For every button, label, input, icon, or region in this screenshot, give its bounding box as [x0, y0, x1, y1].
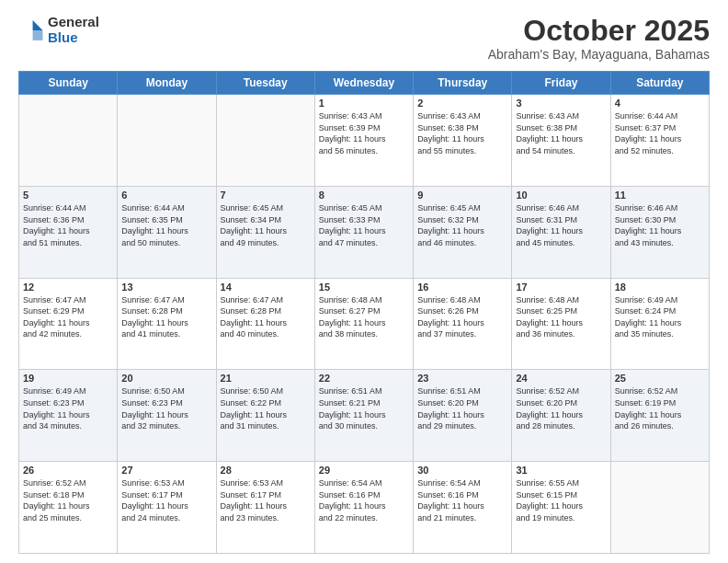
calendar-week-1: 1Sunrise: 6:43 AM Sunset: 6:39 PM Daylig… [19, 95, 710, 187]
calendar-cell: 24Sunrise: 6:52 AM Sunset: 6:20 PM Dayli… [512, 370, 610, 462]
day-number: 23 [417, 373, 507, 384]
logo-general-text: General [48, 15, 99, 30]
day-info: Sunrise: 6:45 AM Sunset: 6:33 PM Dayligh… [319, 202, 409, 248]
day-info: Sunrise: 6:48 AM Sunset: 6:25 PM Dayligh… [516, 294, 606, 340]
day-number: 1 [319, 98, 409, 109]
day-info: Sunrise: 6:55 AM Sunset: 6:15 PM Dayligh… [516, 477, 606, 523]
day-info: Sunrise: 6:44 AM Sunset: 6:37 PM Dayligh… [615, 110, 705, 156]
calendar-cell: 2Sunrise: 6:43 AM Sunset: 6:38 PM Daylig… [414, 95, 512, 187]
calendar-cell: 5Sunrise: 6:44 AM Sunset: 6:36 PM Daylig… [19, 186, 118, 278]
day-info: Sunrise: 6:50 AM Sunset: 6:23 PM Dayligh… [121, 385, 211, 431]
day-number: 29 [319, 465, 409, 476]
day-info: Sunrise: 6:52 AM Sunset: 6:20 PM Dayligh… [516, 385, 606, 431]
calendar-cell [118, 95, 216, 187]
day-info: Sunrise: 6:47 AM Sunset: 6:29 PM Dayligh… [23, 294, 113, 340]
header: General Blue October 2025 Abraham's Bay,… [18, 15, 710, 62]
calendar-cell [216, 95, 314, 187]
day-number: 21 [221, 373, 311, 384]
calendar-cell: 22Sunrise: 6:51 AM Sunset: 6:21 PM Dayli… [314, 370, 413, 462]
day-info: Sunrise: 6:46 AM Sunset: 6:31 PM Dayligh… [516, 202, 606, 248]
calendar-cell: 30Sunrise: 6:54 AM Sunset: 6:16 PM Dayli… [414, 462, 512, 554]
calendar-cell: 1Sunrise: 6:43 AM Sunset: 6:39 PM Daylig… [314, 95, 413, 187]
weekday-header-tuesday: Tuesday [216, 72, 314, 95]
day-info: Sunrise: 6:45 AM Sunset: 6:34 PM Dayligh… [221, 202, 311, 248]
calendar-cell: 12Sunrise: 6:47 AM Sunset: 6:29 PM Dayli… [19, 278, 118, 370]
calendar-cell: 6Sunrise: 6:44 AM Sunset: 6:35 PM Daylig… [118, 186, 216, 278]
day-number: 13 [121, 282, 211, 293]
calendar-week-5: 26Sunrise: 6:52 AM Sunset: 6:18 PM Dayli… [19, 462, 710, 554]
day-number: 12 [23, 282, 113, 293]
calendar-week-3: 12Sunrise: 6:47 AM Sunset: 6:29 PM Dayli… [19, 278, 710, 370]
weekday-header-thursday: Thursday [414, 72, 512, 95]
day-info: Sunrise: 6:43 AM Sunset: 6:38 PM Dayligh… [516, 110, 606, 156]
day-number: 18 [615, 282, 705, 293]
day-number: 11 [615, 190, 705, 201]
day-number: 3 [516, 98, 606, 109]
month-title: October 2025 [488, 15, 710, 47]
svg-marker-0 [33, 20, 43, 30]
day-info: Sunrise: 6:46 AM Sunset: 6:30 PM Dayligh… [615, 202, 705, 248]
calendar-cell: 8Sunrise: 6:45 AM Sunset: 6:33 PM Daylig… [314, 186, 413, 278]
day-number: 7 [221, 190, 311, 201]
day-number: 8 [319, 190, 409, 201]
calendar-cell: 3Sunrise: 6:43 AM Sunset: 6:38 PM Daylig… [512, 95, 610, 187]
day-number: 9 [417, 190, 507, 201]
day-info: Sunrise: 6:54 AM Sunset: 6:16 PM Dayligh… [417, 477, 507, 523]
day-info: Sunrise: 6:53 AM Sunset: 6:17 PM Dayligh… [221, 477, 311, 523]
logo: General Blue [18, 15, 99, 45]
calendar-week-2: 5Sunrise: 6:44 AM Sunset: 6:36 PM Daylig… [19, 186, 710, 278]
day-info: Sunrise: 6:45 AM Sunset: 6:32 PM Dayligh… [417, 202, 507, 248]
weekday-header-sunday: Sunday [19, 72, 118, 95]
day-number: 4 [615, 98, 705, 109]
day-number: 31 [516, 465, 606, 476]
calendar-cell: 14Sunrise: 6:47 AM Sunset: 6:28 PM Dayli… [216, 278, 314, 370]
calendar-cell: 20Sunrise: 6:50 AM Sunset: 6:23 PM Dayli… [118, 370, 216, 462]
day-number: 30 [417, 465, 507, 476]
logo-icon [18, 17, 44, 43]
calendar-cell: 4Sunrise: 6:44 AM Sunset: 6:37 PM Daylig… [610, 95, 709, 187]
day-number: 2 [417, 98, 507, 109]
day-number: 28 [221, 465, 311, 476]
day-info: Sunrise: 6:52 AM Sunset: 6:18 PM Dayligh… [23, 477, 113, 523]
location-subtitle: Abraham's Bay, Mayaguana, Bahamas [488, 47, 710, 62]
calendar-week-4: 19Sunrise: 6:49 AM Sunset: 6:23 PM Dayli… [19, 370, 710, 462]
logo-text: General Blue [48, 15, 99, 45]
weekday-header-wednesday: Wednesday [314, 72, 413, 95]
calendar-cell: 23Sunrise: 6:51 AM Sunset: 6:20 PM Dayli… [414, 370, 512, 462]
day-number: 25 [615, 373, 705, 384]
calendar-cell: 15Sunrise: 6:48 AM Sunset: 6:27 PM Dayli… [314, 278, 413, 370]
day-number: 24 [516, 373, 606, 384]
day-number: 15 [319, 282, 409, 293]
day-info: Sunrise: 6:44 AM Sunset: 6:35 PM Dayligh… [121, 202, 211, 248]
day-number: 14 [221, 282, 311, 293]
day-info: Sunrise: 6:47 AM Sunset: 6:28 PM Dayligh… [221, 294, 311, 340]
calendar-cell: 10Sunrise: 6:46 AM Sunset: 6:31 PM Dayli… [512, 186, 610, 278]
day-number: 6 [121, 190, 211, 201]
logo-blue-text: Blue [48, 30, 99, 46]
calendar-cell: 13Sunrise: 6:47 AM Sunset: 6:28 PM Dayli… [118, 278, 216, 370]
day-number: 27 [121, 465, 211, 476]
day-number: 10 [516, 190, 606, 201]
calendar-cell: 9Sunrise: 6:45 AM Sunset: 6:32 PM Daylig… [414, 186, 512, 278]
day-info: Sunrise: 6:43 AM Sunset: 6:39 PM Dayligh… [319, 110, 409, 156]
calendar-cell: 26Sunrise: 6:52 AM Sunset: 6:18 PM Dayli… [19, 462, 118, 554]
day-info: Sunrise: 6:52 AM Sunset: 6:19 PM Dayligh… [615, 385, 705, 431]
day-number: 22 [319, 373, 409, 384]
day-info: Sunrise: 6:44 AM Sunset: 6:36 PM Dayligh… [23, 202, 113, 248]
day-info: Sunrise: 6:53 AM Sunset: 6:17 PM Dayligh… [121, 477, 211, 523]
calendar-cell: 16Sunrise: 6:48 AM Sunset: 6:26 PM Dayli… [414, 278, 512, 370]
day-number: 20 [121, 373, 211, 384]
weekday-header-monday: Monday [118, 72, 216, 95]
day-number: 19 [23, 373, 113, 384]
day-info: Sunrise: 6:51 AM Sunset: 6:21 PM Dayligh… [319, 385, 409, 431]
calendar-cell: 25Sunrise: 6:52 AM Sunset: 6:19 PM Dayli… [610, 370, 709, 462]
calendar-cell: 18Sunrise: 6:49 AM Sunset: 6:24 PM Dayli… [610, 278, 709, 370]
day-info: Sunrise: 6:51 AM Sunset: 6:20 PM Dayligh… [417, 385, 507, 431]
day-info: Sunrise: 6:43 AM Sunset: 6:38 PM Dayligh… [417, 110, 507, 156]
day-info: Sunrise: 6:49 AM Sunset: 6:23 PM Dayligh… [23, 385, 113, 431]
day-info: Sunrise: 6:50 AM Sunset: 6:22 PM Dayligh… [221, 385, 311, 431]
page: General Blue October 2025 Abraham's Bay,… [0, 0, 728, 563]
day-number: 16 [417, 282, 507, 293]
weekday-header-row: SundayMondayTuesdayWednesdayThursdayFrid… [19, 72, 710, 95]
calendar-table: SundayMondayTuesdayWednesdayThursdayFrid… [18, 71, 710, 554]
